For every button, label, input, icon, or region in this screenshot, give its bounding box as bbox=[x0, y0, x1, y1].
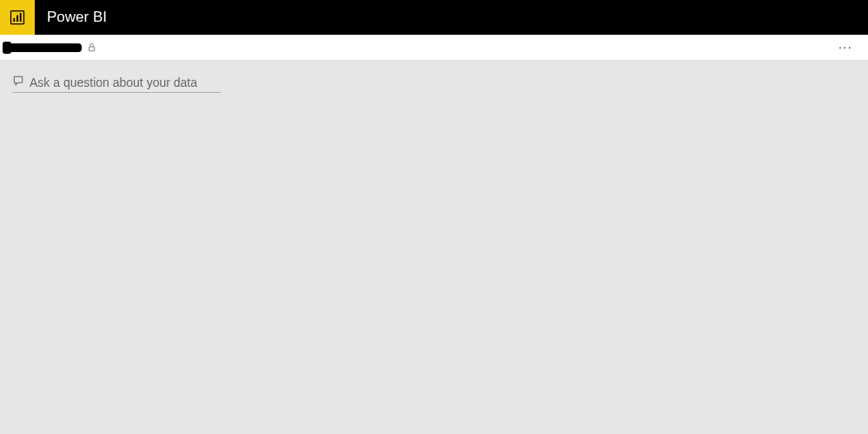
svg-rect-3 bbox=[20, 13, 22, 22]
top-header: Power BI bbox=[0, 0, 868, 35]
svg-rect-1 bbox=[13, 18, 15, 22]
dashboard-canvas bbox=[0, 61, 868, 434]
powerbi-logo[interactable] bbox=[0, 0, 35, 35]
svg-rect-4 bbox=[89, 47, 94, 51]
app-title: Power BI bbox=[47, 9, 107, 26]
more-options-button[interactable]: ··· bbox=[835, 39, 856, 56]
bar-chart-icon bbox=[9, 9, 26, 26]
lock-icon bbox=[87, 40, 96, 56]
qna-input[interactable] bbox=[30, 76, 221, 89]
qna-box[interactable] bbox=[12, 75, 221, 93]
dashboard-name-redacted bbox=[5, 43, 82, 52]
chat-icon bbox=[12, 75, 24, 90]
sub-header: ··· bbox=[0, 35, 868, 61]
breadcrumb-area bbox=[5, 40, 96, 56]
svg-rect-2 bbox=[17, 16, 18, 23]
